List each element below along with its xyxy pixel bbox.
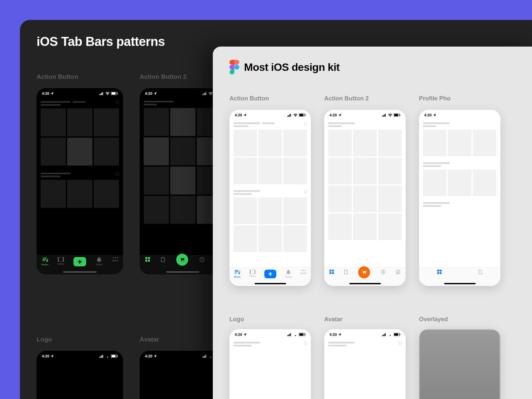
more-icon xyxy=(113,257,118,258)
wifi-icon xyxy=(388,114,392,117)
svg-rect-50 xyxy=(305,114,306,116)
svg-rect-11 xyxy=(63,257,64,262)
svg-rect-74 xyxy=(440,270,442,272)
svg-rect-59 xyxy=(382,116,383,117)
signal-icon xyxy=(202,355,207,358)
tab-films[interactable]: Films xyxy=(58,257,64,265)
tab-music[interactable]: Music xyxy=(234,270,241,278)
tab-films[interactable]: Films xyxy=(249,270,256,278)
cart-button[interactable] xyxy=(176,254,188,266)
label-action-button-dark: Action Button xyxy=(37,73,78,80)
svg-rect-37 xyxy=(203,356,204,358)
tab-music[interactable]: Music xyxy=(41,257,48,266)
tab-clock[interactable] xyxy=(381,270,385,274)
svg-rect-18 xyxy=(205,92,206,95)
svg-rect-31 xyxy=(101,355,102,358)
svg-rect-62 xyxy=(385,114,386,117)
status-time: 4:20 xyxy=(330,332,337,336)
bell-icon xyxy=(286,270,291,275)
tab-action-cart[interactable] xyxy=(358,270,370,278)
films-icon xyxy=(250,270,255,274)
tab-action-plus[interactable] xyxy=(73,257,86,266)
svg-point-71 xyxy=(396,270,400,274)
svg-rect-52 xyxy=(239,271,240,273)
phone-dark-logo: 4:20 xyxy=(37,351,123,399)
phone-light-avatar: 4:20 xyxy=(324,329,406,399)
more-icon xyxy=(301,270,306,271)
tab-grid[interactable] xyxy=(145,257,150,262)
svg-rect-2 xyxy=(101,93,102,95)
battery-icon xyxy=(111,92,118,95)
tab-file[interactable] xyxy=(344,270,348,274)
status-bar: 4:20 xyxy=(419,110,500,119)
tab-more[interactable]: More xyxy=(301,270,307,275)
tab-tones[interactable]: Tones xyxy=(285,270,292,278)
home-indicator[interactable] xyxy=(63,271,96,273)
svg-rect-75 xyxy=(437,272,439,274)
location-icon xyxy=(154,92,157,95)
svg-rect-76 xyxy=(440,272,442,274)
plus-icon xyxy=(77,259,82,264)
battery-icon xyxy=(299,333,306,336)
clock-icon xyxy=(381,270,385,274)
location-icon xyxy=(154,355,157,358)
tab-label: More xyxy=(112,259,118,262)
file-icon xyxy=(161,257,165,262)
svg-point-57 xyxy=(303,270,304,271)
label-action-button-light: Action Button xyxy=(229,95,269,102)
tab-profile[interactable] xyxy=(396,270,400,274)
svg-rect-22 xyxy=(145,257,147,259)
svg-rect-83 xyxy=(305,334,306,335)
tab-file[interactable] xyxy=(478,270,482,274)
svg-rect-1 xyxy=(100,93,101,95)
svg-rect-10 xyxy=(58,257,59,262)
home-indicator[interactable] xyxy=(349,283,381,284)
home-indicator[interactable] xyxy=(444,283,475,284)
location-icon xyxy=(338,114,341,117)
svg-rect-49 xyxy=(300,114,304,116)
home-indicator[interactable] xyxy=(254,283,286,284)
svg-rect-34 xyxy=(112,355,116,357)
label-action-button-2-light: Action Button 2 xyxy=(324,95,369,102)
tab-action-cart[interactable] xyxy=(176,257,188,266)
label-overlayed: Overlayed xyxy=(419,316,448,323)
svg-rect-32 xyxy=(102,355,103,358)
home-indicator[interactable] xyxy=(166,271,200,273)
tab-file[interactable] xyxy=(161,257,165,262)
light-panel: Most iOS design kit Action Button Action… xyxy=(213,47,532,399)
tab-grid[interactable] xyxy=(330,270,334,274)
tab-clock[interactable] xyxy=(200,257,204,262)
cart-button[interactable] xyxy=(358,266,370,278)
file-icon xyxy=(478,270,482,274)
tab-tones[interactable]: Tones xyxy=(96,257,103,266)
svg-rect-47 xyxy=(290,114,291,117)
svg-rect-61 xyxy=(384,114,385,117)
cart-icon xyxy=(180,257,185,262)
svg-point-43 xyxy=(234,65,239,70)
svg-rect-16 xyxy=(203,93,204,95)
label-profile-photo: Profile Pho xyxy=(419,95,451,102)
plus-button[interactable] xyxy=(73,257,86,266)
wifi-icon xyxy=(105,92,110,95)
plus-button[interactable] xyxy=(264,270,276,278)
phone-light-profile-photo: 4:20 xyxy=(419,110,500,286)
tab-bar: Music Films Tones More xyxy=(229,267,311,286)
overlayed-image xyxy=(419,329,500,399)
tab-grid[interactable] xyxy=(437,270,442,274)
films-icon xyxy=(58,257,64,262)
location-icon xyxy=(433,114,436,117)
status-time: 4:20 xyxy=(42,91,49,95)
svg-rect-29 xyxy=(99,357,100,358)
svg-rect-35 xyxy=(117,355,118,357)
status-time: 4:20 xyxy=(330,113,337,117)
svg-rect-17 xyxy=(204,93,205,95)
cart-icon xyxy=(361,270,367,275)
svg-rect-54 xyxy=(250,270,251,274)
svg-rect-65 xyxy=(400,114,400,116)
label-logo-light: Logo xyxy=(229,316,244,323)
signal-icon xyxy=(202,92,207,95)
svg-rect-46 xyxy=(289,114,290,117)
svg-rect-79 xyxy=(289,334,290,336)
tab-action-plus[interactable] xyxy=(264,270,276,278)
tab-more[interactable]: More xyxy=(112,257,118,262)
